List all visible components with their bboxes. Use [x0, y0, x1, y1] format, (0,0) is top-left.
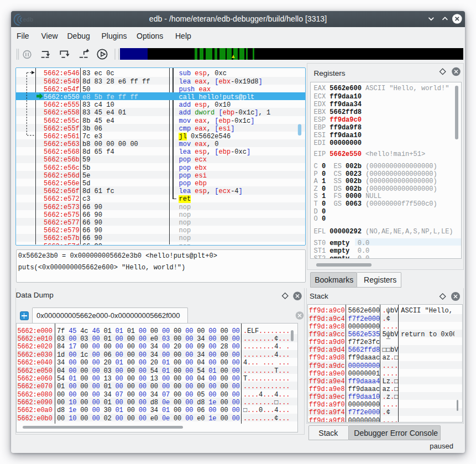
svg-text:edb: edb	[23, 16, 34, 23]
